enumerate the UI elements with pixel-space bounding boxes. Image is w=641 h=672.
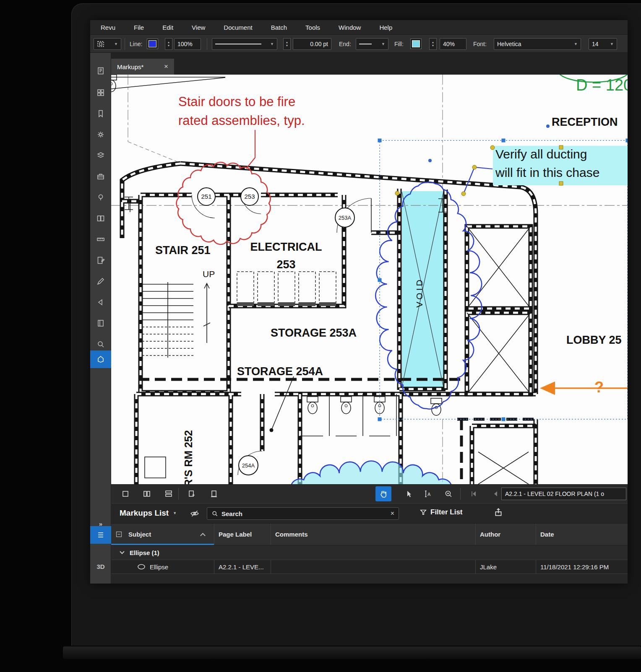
javascript-tab-icon[interactable]: JS — [90, 576, 111, 584]
first-page-icon[interactable] — [466, 486, 482, 501]
panel-access-bar: » 3D JS — [90, 53, 111, 584]
zoom-tool-icon[interactable] — [440, 486, 456, 501]
room-label-lobby: LOBBY 25 — [566, 334, 622, 346]
line-opacity-stepper[interactable]: ▲▼ — [165, 38, 172, 50]
orange-question-markup[interactable]: ? — [540, 379, 628, 396]
bookmarks-icon[interactable] — [90, 105, 111, 122]
hide-markups-icon[interactable] — [190, 509, 199, 520]
column-page-label[interactable]: Page Label — [214, 524, 271, 545]
thumbnails-icon[interactable] — [90, 84, 111, 101]
font-family-dropdown[interactable]: Helvetica ▼ — [494, 38, 581, 50]
markups-list-title[interactable]: Markups List▼ — [120, 509, 177, 518]
properties-toolbar: ▼ Line: ▲▼ 100% ▼ ▲▼ 0.00 pt End: ▼ Fill… — [90, 34, 628, 53]
column-subject[interactable]: Subject — [111, 524, 214, 545]
group-label: Ellipse (1) — [130, 549, 159, 556]
room-label-void: VOID — [414, 278, 424, 307]
menu-batch[interactable]: Batch — [271, 24, 287, 31]
markups-list-tab-icon[interactable] — [90, 526, 111, 544]
floor-plan-canvas[interactable]: 251 253 253A 254A STAIR 251 UP ELECTRICA… — [111, 75, 628, 484]
question-mark-text: ? — [594, 379, 604, 396]
settings-gear-icon[interactable] — [90, 126, 111, 143]
collapse-group-icon[interactable] — [120, 549, 124, 554]
font-label: Font: — [473, 41, 487, 47]
select-text-icon[interactable]: A — [420, 486, 435, 501]
column-comments[interactable]: Comments — [271, 524, 475, 545]
page-label-dropdown[interactable]: A2.2.1 - LEVEL 02 FLOOR PLAN (1 o — [501, 488, 626, 500]
menu-bar: Revu File Edit View Document Batch Tools… — [90, 20, 628, 34]
menu-revu[interactable]: Revu — [101, 24, 115, 31]
pan-tool-button[interactable] — [375, 486, 391, 501]
column-date[interactable]: Date — [536, 524, 628, 545]
row-date: 11/18/2021 12:29:16 PM — [536, 560, 628, 573]
collapse-all-icon[interactable] — [115, 531, 122, 538]
layers-icon[interactable] — [90, 147, 111, 164]
menu-view[interactable]: View — [192, 24, 205, 31]
tool-chest-icon[interactable] — [90, 168, 111, 185]
font-size-dropdown[interactable]: 14 ▼ — [589, 38, 617, 50]
revu-window: Revu File Edit View Document Batch Tools… — [90, 20, 628, 584]
row-author: JLake — [475, 560, 536, 573]
line-style-dropdown[interactable]: ▼ — [212, 38, 277, 50]
page-setup-icon[interactable] — [206, 486, 222, 501]
export-share-button[interactable] — [494, 508, 503, 519]
model-3d-tab-icon[interactable]: 3D — [90, 558, 111, 575]
desktop-background: Revu File Edit View Document Batch Tools… — [0, 0, 641, 672]
sets-book-icon[interactable] — [90, 314, 111, 332]
sort-ascending-icon — [200, 533, 206, 538]
search-input[interactable] — [221, 510, 387, 517]
room-number-electrical: 253 — [276, 258, 295, 271]
chevron-down-icon: ▼ — [574, 42, 578, 46]
select-tool-dropdown[interactable]: ▼ — [94, 38, 121, 50]
measure-ruler-icon[interactable] — [90, 231, 111, 248]
markup-document-icon[interactable] — [90, 252, 111, 269]
room-label-storage-253a: STORAGE 253A — [271, 327, 357, 339]
selection-tool-icon — [97, 41, 104, 47]
page-insert-icon[interactable] — [183, 486, 199, 501]
single-page-view-icon[interactable] — [117, 486, 133, 501]
row-page-label: A2.2.1 - LEVE... — [214, 560, 271, 573]
side-by-side-view-icon[interactable] — [139, 486, 155, 501]
chevron-down-icon: ▼ — [173, 511, 177, 515]
fill-color-swatch[interactable] — [410, 39, 422, 49]
clear-search-icon[interactable]: × — [391, 510, 394, 517]
select-cursor-icon[interactable] — [401, 486, 417, 501]
line-width-value[interactable]: 0.00 pt — [293, 38, 331, 50]
menu-tools[interactable]: Tools — [305, 24, 320, 31]
previous-view-icon[interactable] — [90, 293, 111, 311]
line-opacity-value[interactable]: 100% — [174, 38, 201, 50]
menu-window[interactable]: Window — [339, 24, 361, 31]
menu-help[interactable]: Help — [379, 24, 392, 31]
room-label-storage-254a: STORAGE 254A — [237, 365, 323, 378]
document-tab-bar: Markups* × — [111, 53, 628, 75]
door-tag-253a: 253A — [339, 215, 352, 221]
line-width-stepper[interactable]: ▲▼ — [283, 38, 291, 50]
fill-opacity-stepper[interactable]: ▲▼ — [429, 38, 437, 50]
close-icon[interactable]: × — [164, 62, 168, 71]
file-properties-icon[interactable] — [90, 62, 111, 80]
spaces-pin-icon[interactable] — [90, 189, 111, 206]
tab-markups[interactable]: Markups* × — [111, 59, 174, 75]
menu-edit[interactable]: Edit — [162, 24, 173, 31]
line-end-dropdown[interactable]: ▼ — [356, 38, 388, 50]
markup-row-ellipse[interactable]: Ellipse A2.2.1 - LEVE... JLake 11/18/202… — [111, 560, 628, 574]
search-icon — [211, 510, 218, 517]
studio-3d-panel-icon[interactable] — [90, 350, 111, 368]
room-label-electrical: ELECTRICAL — [250, 241, 322, 253]
blue-cloud-bottom[interactable] — [281, 461, 461, 485]
split-view-icon[interactable] — [90, 210, 111, 227]
stacked-view-icon[interactable] — [161, 486, 177, 501]
menu-document[interactable]: Document — [224, 24, 252, 31]
chevron-down-icon: ▼ — [114, 42, 118, 46]
signature-pen-icon[interactable] — [90, 272, 111, 290]
grid-point-dot — [546, 125, 550, 128]
markups-search-box[interactable]: × — [207, 507, 399, 520]
markups-table-header: Subject Page Label Comments Author Date — [111, 523, 628, 545]
menu-file[interactable]: File — [134, 24, 144, 31]
line-color-swatch[interactable] — [147, 39, 158, 49]
row-subject: Ellipse — [150, 563, 168, 571]
filter-list-button[interactable]: Filter List — [420, 508, 463, 516]
fill-opacity-value[interactable]: 40% — [440, 38, 466, 50]
group-row-ellipse[interactable]: Ellipse (1) — [111, 545, 628, 560]
chevron-down-icon: ▼ — [270, 42, 274, 46]
column-author[interactable]: Author — [475, 524, 536, 545]
